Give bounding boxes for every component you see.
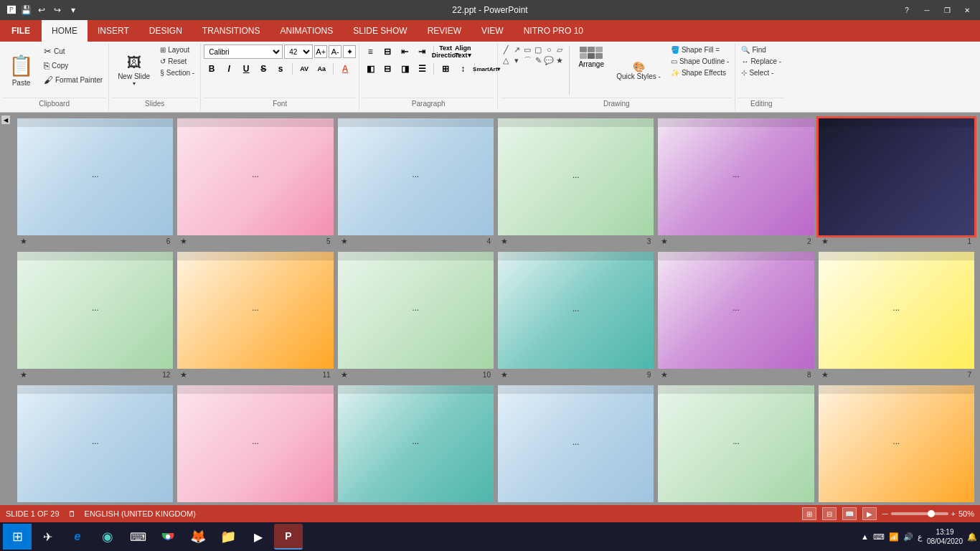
slide-item-8[interactable]: • • •★8	[658, 252, 814, 381]
sign-in-button[interactable]: Sign in	[944, 20, 980, 42]
bold-button[interactable]: B	[204, 62, 220, 76]
tab-file[interactable]: FILE	[0, 20, 42, 42]
tab-review[interactable]: REVIEW	[418, 20, 471, 42]
notes-btn[interactable]: 🗒	[68, 509, 76, 518]
new-slide-button[interactable]: 🖼 New Slide ▾	[112, 44, 156, 96]
start-button[interactable]: ⊞	[3, 524, 32, 550]
tab-animations[interactable]: ANIMATIONS	[270, 20, 343, 42]
shape-parallelogram[interactable]: ▱	[555, 44, 565, 55]
copy-button[interactable]: ⎘ Copy	[41, 59, 105, 72]
save-btn[interactable]: 💾	[19, 3, 33, 17]
paste-button[interactable]: 📋 Paste	[3, 44, 39, 96]
align-left-button[interactable]: ◧	[362, 62, 378, 76]
shape-fill-button[interactable]: 🪣 Shape Fill =	[668, 44, 732, 55]
slide-item-11[interactable]: • • •★11	[177, 252, 333, 381]
indent-dec-button[interactable]: ⇤	[397, 44, 413, 59]
shape-callout[interactable]: 💬	[544, 55, 554, 65]
taskbar-ie[interactable]: e	[63, 524, 92, 550]
replace-button[interactable]: ↔ Replace -	[738, 56, 784, 67]
align-center-button[interactable]: ⊟	[380, 62, 395, 76]
tab-design[interactable]: DESIGN	[139, 20, 192, 42]
minimize-button[interactable]: ─	[920, 3, 934, 17]
clear-format-btn[interactable]: ✦	[343, 45, 356, 58]
zoom-in-btn[interactable]: +	[951, 509, 956, 518]
font-size-select[interactable]: 42	[284, 44, 313, 59]
slide-item-17[interactable]: • • •★17	[177, 385, 333, 505]
slide-item-13[interactable]: • • •★13	[819, 385, 974, 505]
line-spacing-button[interactable]: ↕	[455, 62, 471, 76]
char-spacing-button[interactable]: AV	[296, 62, 312, 76]
slide-item-7[interactable]: • • •★7	[819, 252, 974, 381]
font-color-button[interactable]: A	[337, 62, 353, 76]
slide-item-18[interactable]: • • •★18	[17, 385, 173, 505]
customize-qat-btn[interactable]: ▾	[66, 3, 80, 17]
change-case-button[interactable]: Aa	[314, 62, 329, 76]
taskbar-firefox[interactable]: 🦊	[184, 524, 212, 550]
taskbar-telegram[interactable]: ✈	[33, 524, 62, 550]
align-text-button[interactable]: Align Text▾	[455, 44, 471, 59]
shape-more[interactable]: ▾	[512, 55, 522, 65]
arrange-button[interactable]: Arrange	[573, 44, 609, 70]
restore-button[interactable]: ❐	[940, 3, 954, 17]
text-shadow-button[interactable]: s	[273, 62, 288, 76]
tab-insert[interactable]: INSERT	[88, 20, 139, 42]
taskbar-media[interactable]: ▶	[244, 524, 273, 550]
shape-freeform[interactable]: ✎	[533, 55, 543, 65]
font-name-select[interactable]: Calibri	[204, 44, 283, 59]
zoom-slider[interactable]	[891, 512, 948, 515]
slide-sorter-btn[interactable]: ⊟	[822, 507, 837, 520]
slide-item-4[interactable]: • • •★4	[338, 118, 494, 248]
shape-outline-button[interactable]: ▭ Shape Outline -	[668, 56, 732, 67]
slide-item-2[interactable]: • • •★2	[658, 118, 814, 248]
slideshow-btn[interactable]: ▶	[862, 507, 877, 520]
columns-button[interactable]: ⊞	[438, 62, 453, 76]
reset-button[interactable]: ↺ Reset	[157, 56, 197, 67]
align-right-button[interactable]: ◨	[397, 62, 413, 76]
cut-button[interactable]: ✂ Cut	[41, 44, 105, 58]
zoom-out-btn[interactable]: ─	[882, 509, 888, 518]
tab-transitions[interactable]: TRANSITIONS	[192, 20, 270, 42]
font-size-increase[interactable]: A+	[314, 45, 327, 58]
format-painter-button[interactable]: 🖌 Format Painter	[41, 73, 105, 87]
reading-view-btn[interactable]: 📖	[842, 507, 857, 520]
taskbar-chrome[interactable]	[154, 524, 182, 550]
slide-item-5[interactable]: • • •★5	[177, 118, 333, 248]
collapse-btn[interactable]: ◀	[1, 116, 10, 124]
normal-view-btn[interactable]: ⊞	[802, 507, 816, 520]
shape-rounded[interactable]: ▢	[533, 44, 543, 55]
taskbar-files[interactable]: 📁	[214, 524, 242, 550]
slide-panel[interactable]: • • •★6• • •★5• • •★4• • •★3• • •★2• • •…	[11, 113, 980, 505]
bullet-list-button[interactable]: ≡	[362, 44, 378, 59]
shape-star[interactable]: ★	[555, 55, 565, 65]
justify-button[interactable]: ☰	[414, 62, 430, 76]
slide-item-9[interactable]: • • •★9	[498, 252, 654, 381]
find-button[interactable]: 🔍 Find	[738, 44, 784, 55]
quick-styles-button[interactable]: 🎨 Quick Styles -	[611, 44, 666, 96]
layout-button[interactable]: ⊞ Layout	[157, 44, 197, 55]
strikethrough-button[interactable]: S	[255, 62, 271, 76]
slide-item-16[interactable]: • • •★16	[338, 385, 494, 505]
indent-inc-button[interactable]: ⇥	[414, 44, 430, 59]
taskbar-ppt[interactable]: P	[274, 524, 303, 550]
shape-arrow[interactable]: ↗	[512, 44, 522, 55]
convert-smartart-button[interactable]: SmartArt▾	[479, 62, 494, 76]
slide-item-10[interactable]: • • •★10	[338, 252, 494, 381]
tray-arrow[interactable]: ▲	[861, 532, 869, 541]
slide-item-1[interactable]: • • •★1	[819, 118, 974, 248]
slide-item-12[interactable]: • • •★12	[17, 252, 173, 381]
slide-item-15[interactable]: • • •★15	[498, 385, 654, 505]
italic-button[interactable]: I	[221, 62, 237, 76]
numbered-list-button[interactable]: ⊟	[380, 44, 395, 59]
section-button[interactable]: § Section -	[157, 67, 197, 78]
taskbar-browser2[interactable]: ◉	[93, 524, 122, 550]
select-button[interactable]: ⊹ Select -	[738, 67, 784, 78]
shape-rect[interactable]: ▭	[522, 44, 532, 55]
tab-home[interactable]: HOME	[42, 20, 88, 42]
slide-item-14[interactable]: • • •★14	[658, 385, 814, 505]
redo-btn[interactable]: ↪	[50, 3, 65, 17]
tab-slideshow[interactable]: SLIDE SHOW	[343, 20, 417, 42]
shape-circle[interactable]: ○	[544, 44, 554, 55]
shape-line[interactable]: ╱	[501, 44, 511, 55]
slide-item-6[interactable]: • • •★6	[17, 118, 173, 248]
text-direction-button[interactable]: Text Direction	[438, 44, 453, 59]
